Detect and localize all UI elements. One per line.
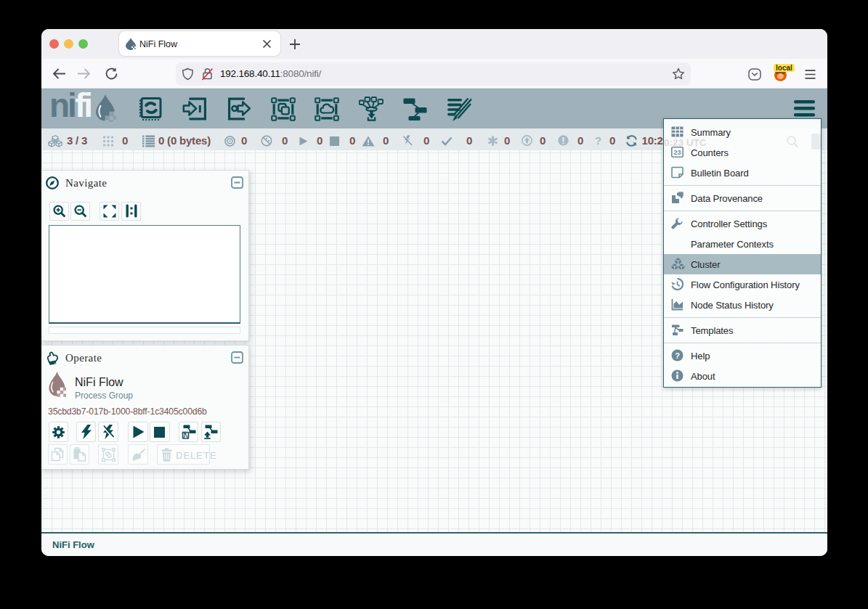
- svg-text:?: ?: [675, 351, 680, 360]
- svg-text:23: 23: [673, 149, 681, 156]
